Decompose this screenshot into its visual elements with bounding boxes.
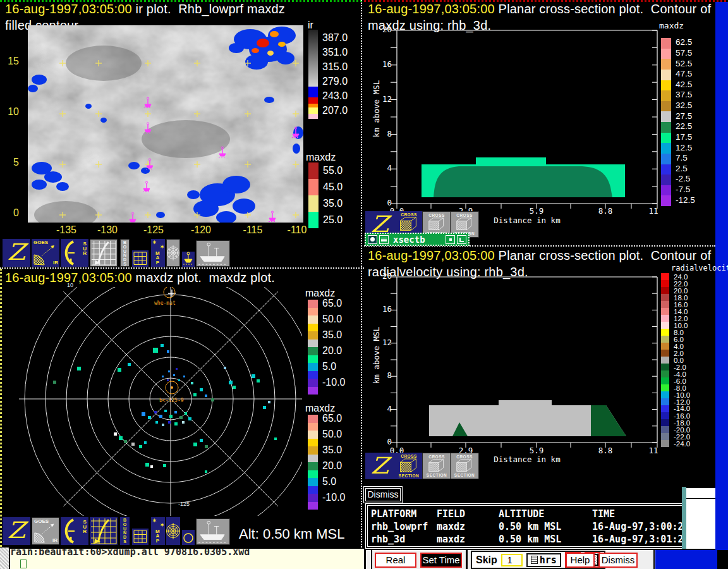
xsect-dismiss-button[interactable]: Dismiss bbox=[365, 488, 401, 501]
colorbar-tick-label: 207.0 bbox=[322, 105, 348, 116]
hrs-button-label: hrs bbox=[540, 554, 557, 566]
radar-echo bbox=[233, 386, 236, 389]
ship-track-button[interactable] bbox=[196, 518, 230, 545]
colorbar-tick-label: 42.5 bbox=[676, 80, 692, 89]
surveillance-radar-button[interactable]: SUR bbox=[61, 239, 88, 267]
table-cell: rhb_lowprf bbox=[371, 520, 437, 533]
bounds-overlay-button[interactable]: BOUNDS bbox=[120, 239, 130, 267]
scrollbar-channel[interactable] bbox=[686, 488, 715, 550]
surveillance-radar-button[interactable]: SUR bbox=[61, 517, 88, 545]
goes-ir-source-button[interactable]: GOESIR bbox=[32, 517, 59, 545]
xsectb-resize-button[interactable] bbox=[457, 235, 466, 244]
colorbar-segment bbox=[661, 412, 669, 419]
colorbar-tick-label: 35.0 bbox=[322, 444, 342, 456]
time-control-bar: Real Time Set Time Skip hrs ← → Help Dis… bbox=[364, 549, 715, 569]
terminal-window[interactable]: rain:beaufait:60>xdump.all 970816.0305.x… bbox=[9, 548, 364, 569]
colorbar-segment bbox=[308, 363, 318, 371]
radar-echo bbox=[205, 470, 207, 473]
help-button[interactable]: Help bbox=[566, 553, 595, 568]
colorbar-segment bbox=[661, 419, 669, 426]
colorbar-tick-label: -12.5 bbox=[676, 195, 695, 205]
buoy-overlay-button[interactable] bbox=[182, 252, 195, 267]
range-rings-button[interactable] bbox=[166, 517, 180, 545]
map-overlay-button[interactable]: ✶✶MAP bbox=[151, 517, 165, 545]
map-overlay-button[interactable]: ✶✶MAP bbox=[151, 239, 165, 267]
table-row: rhb_3dmaxdz0.50 km MSL16-Aug-97,3:01:22 bbox=[371, 533, 684, 546]
radar-grid-button[interactable] bbox=[90, 239, 118, 267]
time-dismiss-button[interactable]: Dismiss bbox=[598, 553, 638, 568]
radar-grid-button[interactable] bbox=[90, 517, 118, 545]
colorbar-tick-label: 32.5 bbox=[676, 101, 692, 110]
altitude-readout: Alt: 0.50 km MSL bbox=[239, 526, 345, 542]
desktop-stipple bbox=[0, 548, 9, 569]
axis-tick-label: -110 bbox=[282, 224, 312, 236]
colorbar-segment bbox=[661, 433, 669, 440]
colorbar-segment bbox=[661, 195, 671, 206]
cross-section-tool-1-button[interactable]: CROSSSECTION bbox=[394, 453, 423, 479]
row-separator-left bbox=[0, 267, 364, 269]
goes-ir-source-button[interactable]: GOESIR bbox=[32, 239, 59, 267]
ppi-panel-title: 16-aug-1997,03:05:00 maxdz plot. maxdz p… bbox=[5, 271, 275, 285]
grid-overlay-button[interactable] bbox=[132, 250, 149, 267]
hrs-button[interactable]: hrs bbox=[526, 553, 561, 567]
colorbar-scale bbox=[661, 38, 671, 206]
colorbar-segment bbox=[661, 154, 671, 164]
radar-echo bbox=[144, 441, 147, 444]
xsectb-iconify-button[interactable] bbox=[446, 235, 455, 244]
colorbar-segment bbox=[308, 179, 318, 195]
colorbar-tick-label: 37.5 bbox=[676, 90, 692, 99]
colorbar-segment bbox=[661, 294, 669, 301]
radar-echo bbox=[257, 379, 260, 382]
set-time-button[interactable]: Set Time bbox=[420, 553, 462, 568]
colorbar-segment bbox=[661, 143, 671, 154]
colorbar-segment bbox=[661, 122, 671, 133]
radar-echo bbox=[145, 463, 149, 467]
colorbar-tick-label: 315.0 bbox=[322, 61, 348, 73]
skip-input[interactable] bbox=[501, 554, 523, 566]
circle-overlay-button[interactable] bbox=[182, 530, 195, 545]
real-time-button[interactable]: Real Time bbox=[375, 553, 416, 568]
xs1-colorbar: 62.557.552.547.542.537.532.527.522.517.5… bbox=[661, 38, 712, 206]
grid-overlay-button[interactable] bbox=[132, 529, 149, 545]
colorbar-segment bbox=[661, 70, 671, 80]
xsectb-menu-button[interactable] bbox=[368, 235, 377, 244]
radar-echo bbox=[164, 410, 167, 412]
colorbar-segment bbox=[661, 377, 669, 384]
radar-echo bbox=[154, 411, 157, 413]
zebra-logo-button[interactable]: Z bbox=[365, 453, 394, 479]
ir-timestamp: 16-aug-1997,03:05:00 bbox=[5, 2, 132, 16]
axis-tick-label: 8.8 bbox=[593, 446, 618, 455]
colorbar-segment bbox=[661, 90, 671, 101]
xsectb-window-title: xsectb bbox=[391, 235, 444, 245]
radar-echo bbox=[124, 440, 127, 443]
zebra-logo-button[interactable]: Z bbox=[3, 239, 30, 267]
colorbar-scale bbox=[308, 415, 318, 510]
radar-echo bbox=[159, 415, 162, 418]
colorbar-tick-label: 57.5 bbox=[676, 48, 692, 58]
colorbar-segment bbox=[661, 301, 669, 308]
colorbar-tick-label: 25.0 bbox=[323, 214, 343, 226]
colorbar-segment bbox=[661, 38, 671, 49]
colorbar-segment bbox=[308, 478, 318, 486]
platform-table: PLATFORMFIELDALTITUDETIMErhb_lowprfmaxdz… bbox=[365, 503, 685, 549]
table-cell: maxdz bbox=[437, 520, 499, 533]
colorbar-tick-label: 5.0 bbox=[322, 476, 336, 487]
ship-track-button[interactable] bbox=[196, 240, 230, 267]
ppi-radar-display[interactable]: whe-matb<-125-9 bbox=[4, 287, 302, 516]
colorbar-scale bbox=[308, 30, 318, 119]
colorbar-segment bbox=[308, 431, 318, 439]
satellite-image[interactable] bbox=[28, 25, 303, 223]
radar-echo bbox=[224, 367, 226, 369]
radar-echo bbox=[162, 376, 164, 377]
colorbar-segment bbox=[308, 415, 318, 423]
radar-echo bbox=[155, 421, 158, 424]
zebra-logo-button[interactable]: Z bbox=[3, 517, 30, 545]
range-rings-button[interactable] bbox=[166, 239, 180, 267]
radar-echo bbox=[183, 376, 185, 377]
cross-section-tool-2-button[interactable]: CROSSSECTION bbox=[422, 453, 451, 479]
colorbar-tick-label: 20.0 bbox=[322, 460, 342, 472]
bounds-overlay-button[interactable]: BOUNDS bbox=[120, 517, 130, 545]
cross-section-tool-3-button[interactable]: CROSSSECTION bbox=[450, 453, 479, 479]
axis-tick-label: 5.9 bbox=[524, 446, 549, 455]
radar-echo bbox=[168, 421, 171, 424]
